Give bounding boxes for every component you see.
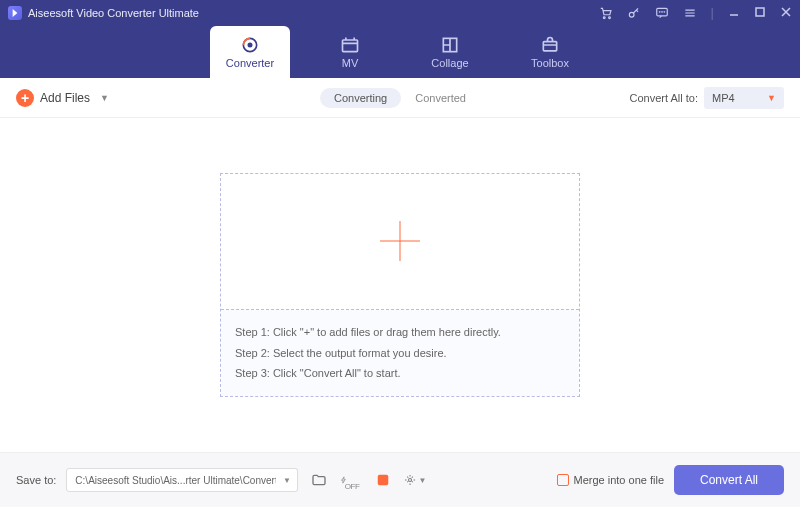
format-select[interactable]: MP4 ▼ — [704, 87, 784, 109]
svg-point-9 — [248, 43, 251, 46]
app-logo-icon — [8, 6, 22, 20]
large-plus-icon — [380, 221, 420, 261]
maximize-button[interactable] — [754, 6, 766, 20]
tab-collage[interactable]: Collage — [410, 26, 490, 78]
convert-state-segment: Converting Converted — [320, 88, 480, 108]
tab-label: MV — [342, 57, 359, 69]
main-area: Step 1: Click "+" to add files or drag t… — [0, 118, 800, 452]
save-path-input[interactable]: C:\Aiseesoft Studio\Ais...rter Ultimate\… — [66, 468, 286, 492]
merge-checkbox[interactable]: Merge into one file — [557, 474, 665, 486]
mv-icon — [340, 35, 360, 55]
save-path-dropdown[interactable]: ▼ — [276, 468, 298, 492]
open-folder-button[interactable] — [308, 469, 330, 491]
instructions: Step 1: Click "+" to add files or drag t… — [221, 310, 579, 397]
dropzone-add-area[interactable] — [221, 174, 579, 310]
gpu-on-button[interactable] — [372, 469, 394, 491]
dropzone[interactable]: Step 1: Click "+" to add files or drag t… — [220, 173, 580, 398]
minimize-button[interactable] — [728, 6, 740, 20]
chevron-down-icon: ▼ — [100, 93, 109, 103]
converter-icon — [240, 35, 260, 55]
tab-label: Converter — [226, 57, 274, 69]
toolbar: + Add Files ▼ Converting Converted Conve… — [0, 78, 800, 118]
checkbox-icon — [557, 474, 569, 486]
tab-toolbox[interactable]: Toolbox — [510, 26, 590, 78]
svg-point-0 — [603, 17, 605, 19]
svg-rect-13 — [378, 475, 389, 486]
svg-point-14 — [409, 478, 412, 481]
step-text: Step 1: Click "+" to add files or drag t… — [235, 322, 565, 343]
chevron-down-icon: ▼ — [767, 93, 776, 103]
bottom-bar: Save to: C:\Aiseesoft Studio\Ais...rter … — [0, 452, 800, 507]
format-selected-value: MP4 — [712, 92, 735, 104]
collage-icon — [440, 35, 460, 55]
convert-all-button[interactable]: Convert All — [674, 465, 784, 495]
convert-all-to-label: Convert All to: — [630, 92, 698, 104]
save-to-label: Save to: — [16, 474, 56, 486]
step-text: Step 3: Click "Convert All" to start. — [235, 363, 565, 384]
key-icon[interactable] — [627, 6, 641, 20]
settings-button[interactable]: ▼ — [404, 469, 426, 491]
svg-point-2 — [629, 12, 634, 17]
menu-icon[interactable] — [683, 6, 697, 20]
titlebar: Aiseesoft Video Converter Ultimate | — [0, 0, 800, 26]
tab-label: Collage — [431, 57, 468, 69]
tab-mv[interactable]: MV — [310, 26, 390, 78]
svg-rect-7 — [756, 8, 764, 16]
svg-rect-12 — [543, 42, 556, 51]
svg-point-6 — [664, 12, 665, 13]
svg-point-5 — [661, 12, 662, 13]
merge-label: Merge into one file — [574, 474, 665, 486]
close-button[interactable] — [780, 6, 792, 20]
toolbox-icon — [540, 35, 560, 55]
cart-icon[interactable] — [599, 6, 613, 20]
svg-point-1 — [608, 17, 610, 19]
svg-rect-10 — [343, 40, 358, 52]
hardware-accel-button[interactable]: OFF — [340, 469, 362, 491]
app-title: Aiseesoft Video Converter Ultimate — [28, 7, 599, 19]
nav-tabs: Converter MV Collage Toolbox — [0, 26, 800, 78]
tab-converter[interactable]: Converter — [210, 26, 290, 78]
seg-converting[interactable]: Converting — [320, 88, 401, 108]
step-text: Step 2: Select the output format you des… — [235, 343, 565, 364]
seg-converted[interactable]: Converted — [401, 88, 480, 108]
feedback-icon[interactable] — [655, 6, 669, 20]
svg-point-4 — [659, 12, 660, 13]
tab-label: Toolbox — [531, 57, 569, 69]
add-files-button[interactable]: + Add Files ▼ — [16, 89, 109, 107]
plus-icon: + — [16, 89, 34, 107]
add-files-label: Add Files — [40, 91, 90, 105]
